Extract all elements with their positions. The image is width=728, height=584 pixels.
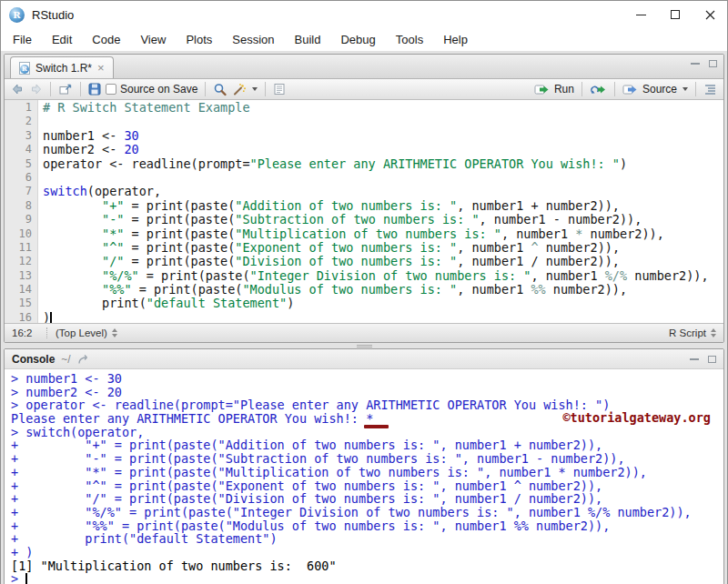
open-in-new-window-button[interactable] [58, 83, 73, 96]
tab-close-icon[interactable]: × [97, 62, 105, 74]
document-outline-button[interactable] [703, 84, 717, 95]
toolbar-separator [50, 82, 51, 96]
menu-item-session[interactable]: Session [222, 28, 284, 51]
watermark: ©tutorialgateway.org [562, 411, 711, 425]
window-controls [623, 1, 727, 28]
go-to-directory-icon[interactable] [77, 354, 92, 365]
source-on-save-checkbox[interactable] [106, 84, 116, 95]
code-text: ) [38, 311, 52, 323]
line-number: 5 [5, 157, 38, 171]
run-button[interactable]: Run [534, 83, 574, 96]
menu-item-debug[interactable]: Debug [330, 28, 385, 51]
source-button[interactable]: Source [622, 83, 688, 96]
back-arrow-icon [11, 83, 25, 96]
menu-bar: FileEditCodeViewPlotsSessionBuildDebugTo… [1, 28, 727, 51]
code-line[interactable]: 9 "-" = print(paste("Subtraction of two … [5, 213, 723, 227]
code-line[interactable]: 3number1 <- 30 [5, 129, 723, 143]
code-line[interactable]: 4number2 <- 20 [5, 143, 723, 156]
code-line[interactable]: 5operator <- readline(prompt="Please ent… [5, 157, 723, 171]
minimize-icon [636, 15, 646, 15]
console-line: > number1 <- 30 [11, 372, 723, 386]
minimize-window-button[interactable] [623, 1, 658, 28]
console-line: + "^" = print(paste("Exponent of two num… [11, 479, 723, 493]
code-line[interactable]: 11 "^" = print(paste("Exponent of two nu… [5, 241, 723, 255]
minimize-pane-icon[interactable] [691, 63, 700, 65]
working-directory: ~/ [61, 353, 70, 366]
rerun-button[interactable] [590, 84, 607, 96]
line-number: 2 [5, 115, 38, 128]
forward-button[interactable] [29, 83, 43, 96]
code-text [38, 171, 43, 185]
code-text: "/" = print(paste("Division of two numbe… [38, 255, 620, 268]
console-output[interactable]: > number1 <- 30> number2 <- 20> operator… [5, 369, 723, 584]
line-number: 16 [5, 311, 38, 323]
file-type-selector[interactable]: R Script [669, 327, 716, 338]
toolbar-separator [614, 82, 615, 96]
splitter-grip-icon [357, 345, 372, 346]
menu-item-edit[interactable]: Edit [42, 28, 82, 51]
code-editor[interactable]: 1# R Switch Statement Example23number1 <… [5, 100, 723, 323]
console-line: + "*" = print(paste("Multiplication of t… [11, 466, 723, 479]
menu-item-plots[interactable]: Plots [176, 28, 222, 51]
toolbar-separator [581, 82, 582, 96]
console-pane: Console ~/ > number1 <- 30> number2 <- 2… [4, 348, 724, 584]
code-text: number2 <- 20 [38, 143, 139, 156]
maximize-window-button[interactable] [658, 1, 693, 28]
console-line: > number2 <- 20 [11, 386, 723, 399]
splitter-grip-icon [357, 347, 372, 347]
source-on-save-toggle[interactable]: Source on Save [106, 83, 197, 96]
console-tab-label[interactable]: Console [12, 353, 55, 366]
source-icon [622, 84, 639, 96]
code-tools-button[interactable] [232, 83, 258, 96]
code-line[interactable]: 16) [5, 311, 723, 323]
code-line[interactable]: 8 "+" = print(paste("Addition of two num… [5, 199, 723, 213]
find-replace-button[interactable] [213, 83, 228, 96]
minimize-pane-icon[interactable] [690, 358, 699, 360]
scope-selector[interactable]: (Top Level) [46, 327, 117, 338]
code-line[interactable]: 15 print("default Statement") [5, 297, 723, 310]
code-line[interactable]: 2 [5, 115, 723, 128]
menu-item-tools[interactable]: Tools [386, 28, 433, 51]
source-pane: R Switch 1.R* × [4, 54, 724, 343]
close-icon [705, 10, 715, 20]
code-text: "%/%" = print(paste("Integer Division of… [38, 269, 709, 283]
code-line[interactable]: 14 "%%" = print(paste("Modulus of two nu… [5, 283, 723, 297]
back-button[interactable] [11, 83, 25, 96]
rstudio-logo-icon: R [9, 7, 25, 23]
title-bar: R RStudio [1, 1, 727, 28]
code-text: "%%" = print(paste("Modulus of two numbe… [38, 283, 627, 297]
line-number: 7 [5, 185, 38, 198]
menu-item-build[interactable]: Build [285, 28, 331, 51]
code-line[interactable]: 7switch(operator, [5, 185, 723, 198]
line-number: 6 [5, 171, 38, 185]
cursor-position: 16:2 [12, 327, 46, 338]
line-number: 13 [5, 269, 38, 283]
source-label: Source [642, 83, 677, 96]
code-text [38, 115, 43, 128]
code-line[interactable]: 13 "%/%" = print(paste("Integer Division… [5, 269, 723, 283]
code-line[interactable]: 1# R Switch Statement Example [5, 101, 723, 115]
code-text: number1 <- 30 [38, 129, 139, 143]
code-line[interactable]: 12 "/" = print(paste("Division of two nu… [5, 255, 723, 268]
run-label: Run [554, 83, 574, 96]
maximize-pane-icon[interactable] [708, 356, 716, 363]
forward-arrow-icon [29, 83, 43, 96]
menu-item-code[interactable]: Code [82, 28, 130, 51]
code-text: print("default Statement") [38, 297, 294, 310]
line-number: 9 [5, 213, 38, 227]
console-line: + "-" = print(paste("Subtraction of two … [11, 452, 723, 466]
code-line[interactable]: 10 "*" = print(paste("Multiplication of … [5, 227, 723, 241]
magic-wand-icon [232, 83, 247, 96]
menu-item-help[interactable]: Help [433, 28, 478, 51]
code-line[interactable]: 6 [5, 171, 723, 185]
maximize-pane-icon[interactable] [709, 60, 717, 67]
close-window-button[interactable] [693, 1, 727, 28]
menu-item-file[interactable]: File [3, 28, 42, 51]
compile-report-button[interactable] [273, 83, 286, 96]
save-button[interactable] [88, 83, 101, 96]
menu-item-view[interactable]: View [130, 28, 176, 51]
window-title: RStudio [32, 8, 74, 22]
code-text: "+" = print(paste("Addition of two numbe… [38, 199, 620, 213]
notebook-icon [273, 83, 286, 96]
tab-switch-1-r[interactable]: R Switch 1.R* × [10, 56, 114, 78]
